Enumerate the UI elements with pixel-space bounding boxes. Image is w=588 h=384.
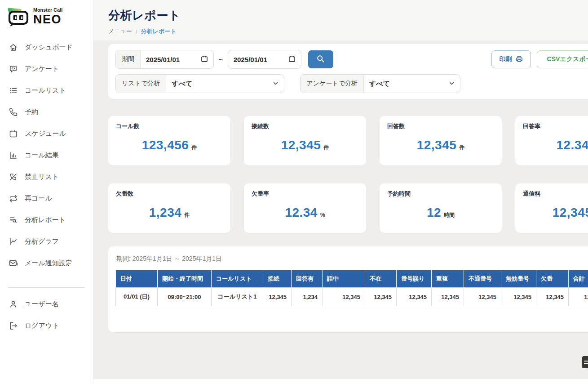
breadcrumb-current[interactable]: 分析レポート — [141, 27, 177, 36]
table-cell: 12,345 — [365, 288, 397, 306]
calendar-icon[interactable] — [201, 55, 208, 64]
table-header-row: 日付開始・終了時間コールリスト接続回答有話中不在番号誤り重複不通番号無効番号欠番… — [116, 270, 588, 288]
report-period: 期間: 2025年1月1日 ～ 2025年1月1日 — [116, 255, 588, 263]
stat-card-value-row: 12,345円 — [523, 205, 588, 220]
list-icon — [9, 86, 18, 95]
calendar-icon[interactable] — [288, 55, 296, 64]
survey-filter-label: アンケートで分析 — [301, 75, 364, 93]
brand-text: Monster Call NEO — [33, 8, 62, 26]
stat-card-label: 予約時間 — [387, 190, 494, 198]
stat-card-label: 接続数 — [252, 122, 358, 130]
sidebar-item-label: コール結果 — [25, 151, 59, 160]
list-filter-group: リストで分析 すべて — [115, 74, 284, 93]
sidebar-item-analysis-graph[interactable]: 分析グラフ — [0, 231, 93, 252]
phone-off-icon — [9, 172, 18, 182]
table-cell: 12,345 — [464, 288, 501, 306]
sidebar-item-label: 分析レポート — [25, 216, 66, 224]
sidebar-item-recall[interactable]: 再コール — [0, 188, 93, 209]
breadcrumb-root[interactable]: メニュー — [108, 27, 132, 36]
stat-card-connect-count: 接続数12,345件 — [244, 116, 366, 165]
survey-filter-select[interactable]: すべて — [364, 75, 460, 93]
sidebar-item-survey[interactable]: アンケート — [0, 58, 93, 80]
stat-card-unit: 件 — [323, 144, 329, 151]
stat-card-value-row: 12時間 — [387, 205, 494, 220]
date-range-tilde: ~ — [219, 56, 223, 63]
stat-card-unit: 件 — [184, 212, 190, 218]
table-column-header: 重複 — [432, 270, 464, 288]
brand-logo[interactable]: Monster Call NEO — [0, 0, 93, 30]
sidebar-item-username[interactable]: ユーザー名 — [0, 293, 93, 315]
filter-row-selects: リストで分析 すべて アンケートで分析 すべて — [115, 74, 588, 93]
date-to-input[interactable]: 2025/01/01 — [228, 50, 301, 68]
stat-card-label: コール数 — [116, 122, 223, 130]
floating-widget-icon — [584, 363, 588, 364]
sidebar-item-label: 再コール — [25, 194, 52, 203]
sidebar-footer: ユーザー名ログアウト — [0, 293, 93, 336]
refresh-icon — [9, 194, 18, 203]
stat-card-value-row: 12,345件 — [252, 138, 358, 152]
csv-export-button[interactable]: CSVエクスポート — [537, 50, 588, 68]
table-cell: 12,345 — [397, 288, 432, 306]
stat-card-label: 回答数 — [387, 122, 494, 130]
sidebar-item-logout[interactable]: ログアウト — [0, 315, 93, 336]
sidebar-item-label: 禁止リスト — [25, 173, 59, 181]
sidebar-item-mail-settings[interactable]: メール通知設定 — [0, 252, 93, 274]
table-column-header: 話中 — [323, 270, 365, 288]
floating-widget-icon — [584, 361, 588, 362]
table-column-header: 開始・終了時間 — [158, 270, 212, 288]
logout-icon — [9, 321, 18, 330]
print-button[interactable]: 印刷 — [491, 50, 531, 68]
sidebar-item-ban-list[interactable]: 禁止リスト — [0, 166, 93, 188]
list-filter-select[interactable]: すべて — [166, 75, 284, 93]
mail-icon — [9, 259, 18, 268]
period-group: 期間 2025/01/01 — [115, 50, 214, 69]
table-cell: 12,345 — [536, 288, 569, 306]
print-button-label: 印刷 — [500, 55, 512, 63]
date-from-input[interactable]: 2025/01/01 — [141, 50, 213, 68]
sidebar-item-label: コールリスト — [25, 86, 66, 95]
stat-card-value-row: 12,345件 — [387, 138, 494, 152]
report-table: 日付開始・終了時間コールリスト接続回答有話中不在番号誤り重複不通番号無効番号欠番… — [115, 270, 588, 306]
sidebar-item-label: 予約 — [25, 108, 38, 116]
sidebar: Monster Call NEO ダッシュボードアンケートコールリスト予約スケジ… — [0, 0, 93, 384]
header-actions: 印刷 CSVエクスポート — [491, 50, 588, 68]
page-header: 分析レポート メニュー / 分析レポート — [93, 0, 588, 40]
table-row: 01/01 (日)09:00~21:00コールリスト112,3451,23412… — [116, 288, 588, 306]
stat-card-value-row: 12.34% — [523, 138, 588, 152]
stat-card-value: 12.34 — [285, 205, 318, 219]
table-cell: 12,345 — [263, 288, 292, 306]
sidebar-item-label: アンケート — [25, 65, 59, 73]
stat-card-value: 12 — [427, 205, 441, 219]
floating-widget-button[interactable] — [582, 356, 588, 368]
stats-grid: コール数123,456件接続数12,345件回答数12,345件回答率12.34… — [108, 116, 588, 233]
sidebar-item-label: ログアウト — [25, 321, 59, 330]
stat-card-label: 欠番数 — [116, 190, 223, 198]
search-button[interactable] — [308, 50, 333, 68]
chevron-down-icon — [273, 80, 279, 88]
sidebar-item-analysis-report[interactable]: 分析レポート — [0, 209, 93, 231]
stat-card-missing-count: 欠番数1,234件 — [108, 183, 230, 233]
sidebar-item-call-list[interactable]: コールリスト — [0, 80, 93, 101]
survey-filter-value: すべて — [369, 80, 390, 88]
calendar-icon — [9, 129, 18, 138]
brand-name-neo: NEO — [33, 13, 62, 26]
sidebar-item-dashboard[interactable]: ダッシュボード — [0, 36, 93, 58]
table-cell: 09:00~21:00 — [158, 288, 212, 306]
sidebar-item-reservation[interactable]: 予約 — [0, 101, 93, 123]
table-column-header: 無効番号 — [501, 270, 536, 288]
sidebar-item-call-result[interactable]: コール結果 — [0, 144, 93, 166]
sidebar-divider — [8, 287, 85, 288]
period-group-to: 2025/01/01 — [228, 50, 301, 69]
breadcrumb: メニュー / 分析レポート — [108, 27, 588, 36]
table-cell: 12,345 — [323, 288, 365, 306]
stat-card-value-row: 123,456件 — [116, 138, 223, 152]
table-cell: 12,345 — [432, 288, 464, 306]
stat-card-unit: 時間 — [444, 212, 455, 218]
user-icon — [9, 299, 18, 309]
sidebar-item-schedule[interactable]: スケジュール — [0, 123, 93, 144]
stat-card-value: 12.34 — [556, 138, 588, 152]
sidebar-item-label: スケジュール — [25, 129, 66, 138]
stat-card-label: 通信料 — [523, 190, 588, 198]
chevron-down-icon — [449, 80, 455, 88]
stat-card-value: 123,456 — [142, 138, 189, 152]
